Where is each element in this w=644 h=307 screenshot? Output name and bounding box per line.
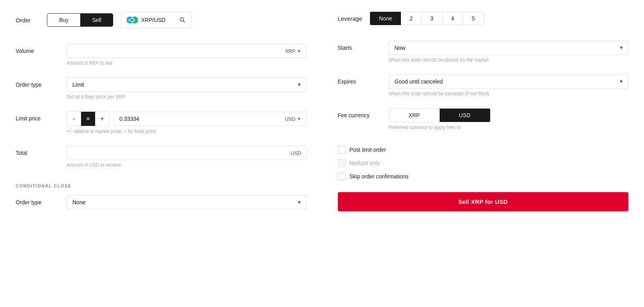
volume-hint: Amount of XRP to sell (67, 60, 307, 66)
expires-label: Expires (338, 74, 381, 85)
fee-currency-label: Fee currency (338, 108, 381, 118)
options-section: Post limit order Reduce only Skip order … (338, 146, 629, 211)
fee-xrp-button[interactable]: XRP (389, 109, 440, 122)
total-input[interactable] (67, 146, 286, 160)
reduce-only-checkbox (338, 159, 346, 167)
skip-confirmations-checkbox[interactable] (338, 173, 346, 180)
limit-price-chevron: ▼ (297, 116, 301, 121)
leverage-group: None 2 3 4 5 (370, 12, 484, 25)
limit-price-value-group: USD ▼ (114, 112, 307, 126)
order-type-hint: Sell at a fixed price per XRP (67, 94, 307, 100)
svg-text:✕: ✕ (128, 18, 131, 22)
fee-usd-button[interactable]: USD (440, 109, 490, 122)
fee-currency-toggle: XRP USD (389, 108, 491, 122)
starts-label: Starts (338, 41, 381, 51)
limit-price-row: Limit price - = + USD ▼ (16, 111, 307, 134)
leverage-label: Leverage (338, 15, 363, 22)
stepper-plus-button[interactable]: + (95, 112, 109, 126)
reduce-only-label: Reduce only (350, 160, 380, 166)
total-input-group: USD (67, 146, 307, 160)
post-limit-checkbox[interactable] (338, 146, 346, 154)
order-type-select-wrapper: Limit Market Stop Loss Take Profit ▼ (67, 78, 307, 92)
starts-select[interactable]: Now Scheduled (389, 41, 629, 55)
total-row: Total USD Amount of USD to receive (16, 146, 307, 168)
starts-row: Starts Now Scheduled ▼ When this order s… (338, 41, 629, 63)
order-label: Order (16, 17, 39, 24)
stepper-equals: = (81, 112, 95, 126)
conditional-close-label: CONDITIONAL CLOSE (16, 183, 307, 188)
limit-price-label: Limit price (16, 111, 59, 122)
expires-select-wrapper: Good until canceled Good until date Imme… (389, 74, 629, 89)
buy-button[interactable]: Buy (47, 14, 80, 26)
leverage-none-button[interactable]: None (370, 12, 400, 25)
pair-search-button[interactable] (179, 17, 186, 23)
leverage-2-button[interactable]: 2 (401, 12, 422, 25)
expires-select[interactable]: Good until canceled Good until date Imme… (389, 74, 629, 89)
svg-line-7 (183, 21, 185, 22)
limit-price-hint: +/- relative to market price, = for fixe… (67, 129, 307, 134)
order-type-row: Order type Limit Market Stop Loss Take P… (16, 78, 307, 100)
post-limit-row: Post limit order (338, 146, 629, 154)
skip-confirmations-label: Skip order confirmations (350, 173, 409, 180)
fee-currency-hint: Preferred currency to apply fees to (389, 125, 629, 130)
volume-input[interactable] (67, 44, 280, 58)
pair-icon: ✕ $ (127, 15, 138, 25)
buy-sell-toggle[interactable]: Buy Sell (47, 13, 113, 27)
conditional-order-type-row: Order type None Limit Market ▼ (16, 195, 307, 209)
limit-price-currency: USD ▼ (280, 113, 306, 125)
stepper-minus-button[interactable]: - (67, 112, 81, 126)
sell-submit-button[interactable]: Sell XRP for USD (338, 192, 629, 211)
order-type-label: Order type (16, 78, 59, 88)
sell-button[interactable]: Sell (80, 14, 113, 26)
post-limit-label: Post limit order (350, 147, 386, 153)
volume-label: Volume (16, 44, 59, 54)
pair-selector[interactable]: ✕ $ XRP/USD (121, 12, 191, 28)
limit-price-input[interactable] (114, 112, 280, 125)
leverage-4-button[interactable]: 4 (442, 12, 463, 25)
conditional-order-type-select-wrapper: None Limit Market ▼ (67, 195, 307, 209)
starts-select-wrapper: Now Scheduled ▼ (389, 41, 629, 55)
volume-currency: XRP ▼ (280, 45, 306, 58)
total-hint: Amount of USD to receive (67, 162, 307, 168)
total-label: Total (16, 146, 59, 156)
total-currency: USD (286, 147, 306, 160)
skip-confirmations-row: Skip order confirmations (338, 173, 629, 180)
leverage-3-button[interactable]: 3 (421, 12, 442, 25)
reduce-only-row: Reduce only (338, 159, 629, 167)
svg-text:$: $ (133, 18, 135, 22)
volume-input-group: XRP ▼ (67, 44, 307, 58)
pair-label: XRP/USD (141, 17, 176, 23)
svg-point-6 (180, 18, 184, 21)
leverage-5-button[interactable]: 5 (463, 12, 484, 25)
expires-row: Expires Good until canceled Good until d… (338, 74, 629, 96)
limit-price-stepper: - = + (67, 111, 110, 126)
expires-hint: When this order should be canceled (if n… (389, 91, 629, 96)
volume-row: Volume XRP ▼ Amount of XRP to sell (16, 44, 307, 66)
conditional-order-type-select[interactable]: None Limit Market (67, 195, 307, 209)
fee-currency-row: Fee currency XRP USD Preferred currency … (338, 108, 629, 130)
volume-chevron: ▼ (297, 49, 301, 53)
limit-price-input-group: - = + USD ▼ (67, 111, 307, 126)
starts-hint: When this order should be placed on the … (389, 57, 629, 63)
order-type-select[interactable]: Limit Market Stop Loss Take Profit (67, 78, 307, 92)
conditional-order-type-label: Order type (16, 195, 59, 205)
